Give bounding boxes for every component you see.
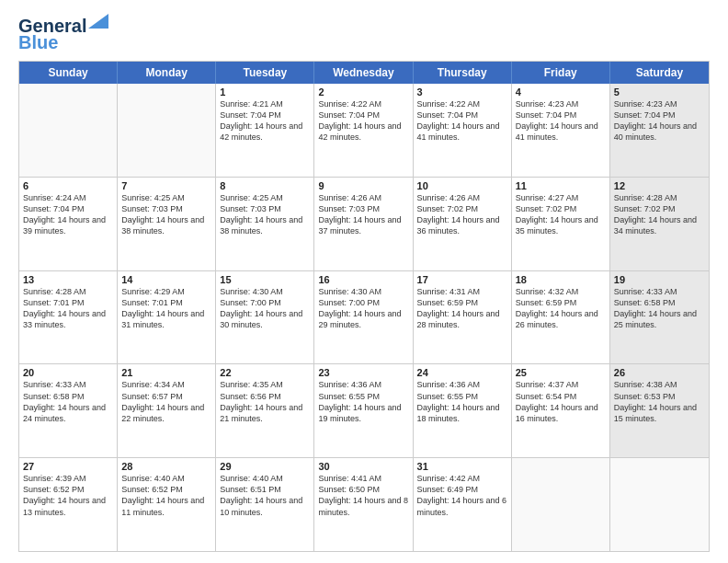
cal-cell: 7Sunrise: 4:25 AM Sunset: 7:03 PM Daylig… [118,178,216,270]
weekday-header-sunday: Sunday [19,62,118,84]
day-number: 8 [220,180,310,191]
cal-cell [19,84,118,177]
logo-icon [88,14,108,29]
day-number: 5 [614,86,705,98]
cell-details: Sunrise: 4:33 AM Sunset: 6:58 PM Dayligh… [23,379,113,424]
cal-cell: 29Sunrise: 4:40 AM Sunset: 6:51 PM Dayli… [216,458,314,551]
weekday-header-monday: Monday [118,62,216,84]
cal-cell: 2Sunrise: 4:22 AM Sunset: 7:04 PM Daylig… [314,84,413,177]
cal-cell [512,458,610,551]
cal-cell: 17Sunrise: 4:31 AM Sunset: 6:59 PM Dayli… [414,271,512,364]
cell-details: Sunrise: 4:27 AM Sunset: 7:02 PM Dayligh… [516,192,606,237]
day-number: 3 [417,86,507,98]
day-number: 27 [23,461,113,472]
week-row-3: 13Sunrise: 4:28 AM Sunset: 7:01 PM Dayli… [19,270,709,364]
page: General Blue SundayMondayTuesdayWednesda… [0,0,728,563]
cell-details: Sunrise: 4:24 AM Sunset: 7:04 PM Dayligh… [23,192,113,237]
cal-cell: 28Sunrise: 4:40 AM Sunset: 6:52 PM Dayli… [118,458,216,551]
cal-cell: 22Sunrise: 4:35 AM Sunset: 6:56 PM Dayli… [216,364,314,457]
cell-details: Sunrise: 4:22 AM Sunset: 7:04 PM Dayligh… [318,98,408,144]
cal-cell: 11Sunrise: 4:27 AM Sunset: 7:02 PM Dayli… [512,178,610,270]
cal-cell: 13Sunrise: 4:28 AM Sunset: 7:01 PM Dayli… [19,271,118,364]
day-number: 14 [121,274,211,285]
week-row-4: 20Sunrise: 4:33 AM Sunset: 6:58 PM Dayli… [19,363,709,457]
cell-details: Sunrise: 4:21 AM Sunset: 7:04 PM Dayligh… [220,98,310,144]
cell-details: Sunrise: 4:31 AM Sunset: 6:59 PM Dayligh… [417,286,507,331]
day-number: 26 [614,367,705,378]
cell-details: Sunrise: 4:40 AM Sunset: 6:52 PM Dayligh… [121,473,211,518]
svg-marker-0 [88,14,108,29]
week-row-1: 1Sunrise: 4:21 AM Sunset: 7:04 PM Daylig… [19,84,709,177]
calendar: SundayMondayTuesdayWednesdayThursdayFrid… [18,61,710,552]
day-number: 1 [220,86,310,98]
cell-details: Sunrise: 4:30 AM Sunset: 7:00 PM Dayligh… [318,286,408,331]
day-number: 2 [318,86,408,98]
cal-cell: 27Sunrise: 4:39 AM Sunset: 6:52 PM Dayli… [19,458,118,551]
cal-cell: 16Sunrise: 4:30 AM Sunset: 7:00 PM Dayli… [314,271,413,364]
cell-details: Sunrise: 4:35 AM Sunset: 6:56 PM Dayligh… [220,379,310,424]
cell-details: Sunrise: 4:23 AM Sunset: 7:04 PM Dayligh… [614,98,705,144]
cal-cell: 12Sunrise: 4:28 AM Sunset: 7:02 PM Dayli… [610,178,709,270]
cell-details: Sunrise: 4:29 AM Sunset: 7:01 PM Dayligh… [121,286,211,331]
cell-details: Sunrise: 4:34 AM Sunset: 6:57 PM Dayligh… [121,379,211,424]
day-number: 30 [318,461,408,472]
weekday-header-thursday: Thursday [414,62,512,84]
cell-details: Sunrise: 4:33 AM Sunset: 6:58 PM Dayligh… [614,286,705,331]
weekday-header-friday: Friday [512,62,610,84]
cell-details: Sunrise: 4:26 AM Sunset: 7:03 PM Dayligh… [318,192,408,237]
cal-cell: 23Sunrise: 4:36 AM Sunset: 6:55 PM Dayli… [314,364,413,457]
cal-cell: 6Sunrise: 4:24 AM Sunset: 7:04 PM Daylig… [19,178,118,270]
day-number: 31 [417,461,507,472]
cal-cell [610,458,709,551]
day-number: 9 [318,180,408,191]
cal-cell: 30Sunrise: 4:41 AM Sunset: 6:50 PM Dayli… [314,458,413,551]
cell-details: Sunrise: 4:42 AM Sunset: 6:49 PM Dayligh… [417,473,507,518]
calendar-body: 1Sunrise: 4:21 AM Sunset: 7:04 PM Daylig… [19,84,709,551]
cal-cell: 31Sunrise: 4:42 AM Sunset: 6:49 PM Dayli… [414,458,512,551]
cell-details: Sunrise: 4:25 AM Sunset: 7:03 PM Dayligh… [220,192,310,237]
cal-cell: 4Sunrise: 4:23 AM Sunset: 7:04 PM Daylig… [512,84,610,177]
cal-cell: 19Sunrise: 4:33 AM Sunset: 6:58 PM Dayli… [610,271,709,364]
header: General Blue [18,17,710,52]
cell-details: Sunrise: 4:38 AM Sunset: 6:53 PM Dayligh… [614,379,705,424]
cal-cell [118,84,216,177]
cal-cell: 10Sunrise: 4:26 AM Sunset: 7:02 PM Dayli… [414,178,512,270]
cal-cell: 15Sunrise: 4:30 AM Sunset: 7:00 PM Dayli… [216,271,314,364]
cal-cell: 24Sunrise: 4:36 AM Sunset: 6:55 PM Dayli… [414,364,512,457]
day-number: 7 [121,180,211,191]
cal-cell: 14Sunrise: 4:29 AM Sunset: 7:01 PM Dayli… [118,271,216,364]
cell-details: Sunrise: 4:40 AM Sunset: 6:51 PM Dayligh… [220,473,310,518]
cell-details: Sunrise: 4:39 AM Sunset: 6:52 PM Dayligh… [23,473,113,518]
cell-details: Sunrise: 4:36 AM Sunset: 6:55 PM Dayligh… [417,379,507,424]
day-number: 23 [318,367,408,378]
cell-details: Sunrise: 4:26 AM Sunset: 7:02 PM Dayligh… [417,192,507,237]
day-number: 16 [318,274,408,285]
cal-cell: 18Sunrise: 4:32 AM Sunset: 6:59 PM Dayli… [512,271,610,364]
day-number: 13 [23,274,113,285]
cell-details: Sunrise: 4:41 AM Sunset: 6:50 PM Dayligh… [318,473,408,518]
cell-details: Sunrise: 4:37 AM Sunset: 6:54 PM Dayligh… [516,379,606,424]
day-number: 20 [23,367,113,378]
day-number: 21 [121,367,211,378]
day-number: 17 [417,274,507,285]
day-number: 25 [516,367,606,378]
cal-cell: 3Sunrise: 4:22 AM Sunset: 7:04 PM Daylig… [414,84,512,177]
cal-cell: 25Sunrise: 4:37 AM Sunset: 6:54 PM Dayli… [512,364,610,457]
day-number: 10 [417,180,507,191]
cell-details: Sunrise: 4:30 AM Sunset: 7:00 PM Dayligh… [220,286,310,331]
week-row-2: 6Sunrise: 4:24 AM Sunset: 7:04 PM Daylig… [19,177,709,270]
weekday-header-tuesday: Tuesday [216,62,314,84]
logo-blue: Blue [18,33,58,52]
week-row-5: 27Sunrise: 4:39 AM Sunset: 6:52 PM Dayli… [19,457,709,551]
cal-cell: 8Sunrise: 4:25 AM Sunset: 7:03 PM Daylig… [216,178,314,270]
logo: General Blue [18,17,108,52]
day-number: 15 [220,274,310,285]
cal-cell: 26Sunrise: 4:38 AM Sunset: 6:53 PM Dayli… [610,364,709,457]
cell-details: Sunrise: 4:25 AM Sunset: 7:03 PM Dayligh… [121,192,211,237]
day-number: 12 [614,180,705,191]
cell-details: Sunrise: 4:23 AM Sunset: 7:04 PM Dayligh… [516,98,606,144]
day-number: 4 [516,86,606,98]
weekday-header-wednesday: Wednesday [314,62,413,84]
day-number: 6 [23,180,113,191]
day-number: 11 [516,180,606,191]
